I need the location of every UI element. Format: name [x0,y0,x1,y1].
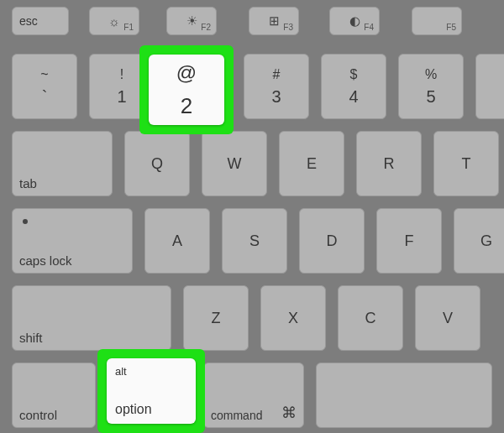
key-label: F [405,232,414,250]
key-q[interactable]: Q [124,131,190,196]
key-label: G [480,232,492,250]
key-label: esc [19,14,38,28]
highlight-key-option: alt option [97,349,205,433]
key-f[interactable]: F [376,208,442,274]
key-label: T [462,155,471,173]
key-g[interactable]: G [454,208,504,274]
key-label: X [288,310,298,327]
key-a[interactable]: A [144,208,210,274]
key-label: control [19,408,57,422]
key-capslock[interactable]: caps lock [12,208,133,274]
key-lower: 3 [271,87,281,107]
key-label: W [228,155,242,173]
brightness-low-icon: ☼ [108,14,120,29]
key-v[interactable]: V [415,285,480,351]
key-label: shift [19,331,43,345]
key-esc[interactable]: esc [12,7,69,35]
key-lower: 2 [181,93,192,119]
key-5[interactable]: %5 [398,54,464,119]
key-label: command [211,409,262,422]
key-e[interactable]: E [279,131,344,196]
key-upper: # [273,67,281,82]
key-label: Q [151,155,163,173]
key-upper: ~ [40,67,48,82]
key-label: E [307,155,317,173]
key-s[interactable]: S [222,208,287,274]
command-icon: ⌘ [281,404,297,422]
key-4[interactable]: $4 [321,54,386,119]
key-lower: 1 [117,87,126,107]
key-label: caps lock [19,253,72,268]
key-t[interactable]: T [433,131,499,196]
key-z[interactable]: Z [183,285,249,351]
key-upper: $ [350,67,358,82]
key-upper: @ [176,61,197,85]
key-upper: ! [120,67,123,82]
key-label: F4 [364,23,374,32]
key-tab[interactable]: tab [12,131,113,196]
key-x[interactable]: X [260,285,326,351]
key-lower: 5 [426,87,435,107]
key-upper: alt [115,365,187,378]
key-option-highlighted[interactable]: alt option [107,358,196,424]
key-label: F2 [201,23,211,32]
key-lower: ` [42,87,48,107]
key-lower: option [115,402,187,417]
key-f2[interactable]: ☀F2 [166,7,217,35]
key-f1[interactable]: ☼F1 [89,7,139,35]
key-upper: % [425,67,437,82]
key-label: Z [212,310,221,327]
key-backtick[interactable]: ~` [12,54,77,119]
highlight-key-2: @ 2 [139,45,234,134]
key-space[interactable] [316,363,492,428]
key-f5[interactable]: F5 [412,7,462,35]
key-label: F1 [123,23,134,32]
key-d[interactable]: D [299,208,365,274]
key-command[interactable]: command ⌘ [203,363,304,428]
key-label: S [249,232,260,250]
key-lower: 4 [349,87,358,107]
key-label: F5 [446,23,456,32]
key-label: F3 [283,23,293,32]
key-c[interactable]: C [338,285,403,351]
keyboard: esc ☼F1 ☀F2 ⊞F3 ◐F4 F5 ~` !1 @2 #3 $4 %5… [0,0,504,433]
key-label: tab [19,176,37,190]
key-label: A [172,232,182,250]
brightness-high-icon: ☀ [186,13,197,29]
mission-control-icon: ⊞ [269,13,280,29]
key-3[interactable]: #3 [244,54,309,119]
key-label: C [365,310,376,327]
key-f3[interactable]: ⊞F3 [249,7,299,35]
key-r[interactable]: R [356,131,422,196]
key-label: D [327,232,338,250]
key-label: V [443,310,453,327]
key-2-highlighted[interactable]: @ 2 [149,55,224,125]
capslock-indicator-icon [23,219,28,224]
key-f4[interactable]: ◐F4 [329,7,380,35]
key-6[interactable]: ^6 [475,54,504,119]
key-label: R [384,155,395,173]
key-w[interactable]: W [202,131,267,196]
key-control[interactable]: control [12,363,96,428]
dashboard-icon: ◐ [349,13,360,29]
key-shift[interactable]: shift [12,285,171,351]
